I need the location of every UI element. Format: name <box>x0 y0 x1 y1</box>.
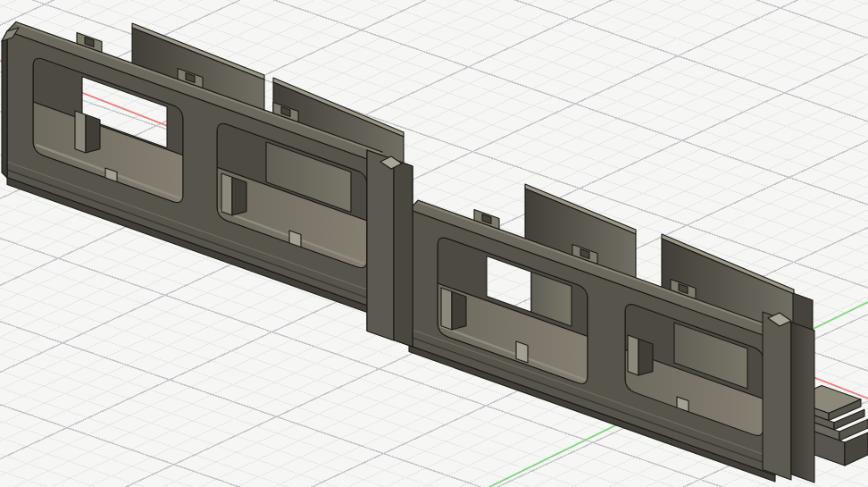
w1-tab-side[interactable] <box>86 114 100 153</box>
cad-model[interactable] <box>2 21 868 483</box>
end-post-front[interactable] <box>763 312 791 480</box>
w4-tab-side[interactable] <box>638 339 653 375</box>
w4-tab[interactable] <box>628 335 638 375</box>
w2-tab[interactable] <box>221 173 232 215</box>
left-cap-side[interactable] <box>2 31 7 178</box>
junction-post-front[interactable] <box>367 150 394 340</box>
scene-canvas[interactable] <box>0 0 868 487</box>
w3-tab-side[interactable] <box>452 291 466 330</box>
w1-tab[interactable] <box>75 111 86 153</box>
w3-peg[interactable] <box>516 341 528 363</box>
end-post-side[interactable] <box>791 323 814 483</box>
right-end[interactable] <box>763 312 868 483</box>
w2-tab-side[interactable] <box>232 177 246 215</box>
junction-post-side[interactable] <box>394 160 413 347</box>
w3-tab[interactable] <box>441 288 452 330</box>
cad-viewport[interactable] <box>0 0 868 487</box>
pedestal-base-side[interactable] <box>845 432 868 466</box>
junction-posts[interactable] <box>367 150 413 347</box>
